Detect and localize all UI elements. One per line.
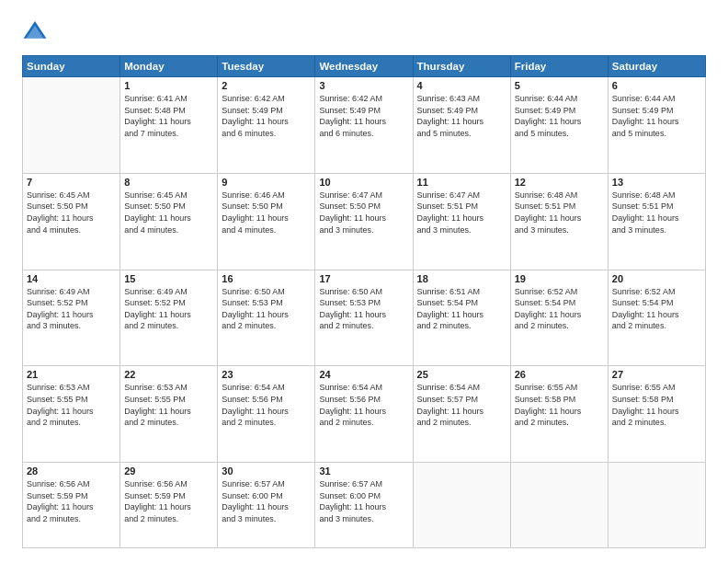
calendar-cell: 18Sunrise: 6:51 AM Sunset: 5:54 PM Dayli… [413,270,510,366]
weekday-friday: Friday [510,56,608,77]
day-info: Sunrise: 6:54 AM Sunset: 5:57 PM Dayligh… [417,382,506,428]
logo-icon [22,18,48,44]
day-number: 12 [515,177,604,188]
calendar-cell: 20Sunrise: 6:52 AM Sunset: 5:54 PM Dayli… [608,270,705,366]
day-info: Sunrise: 6:42 AM Sunset: 5:49 PM Dayligh… [319,93,408,139]
week-row-5: 28Sunrise: 6:56 AM Sunset: 5:59 PM Dayli… [23,463,706,548]
weekday-header-row: SundayMondayTuesdayWednesdayThursdayFrid… [23,56,706,77]
day-info: Sunrise: 6:45 AM Sunset: 5:50 PM Dayligh… [124,190,213,236]
header [22,18,706,44]
calendar-cell: 17Sunrise: 6:50 AM Sunset: 5:53 PM Dayli… [315,270,413,366]
day-info: Sunrise: 6:44 AM Sunset: 5:49 PM Dayligh… [515,93,604,139]
calendar-cell [608,463,705,548]
calendar-cell: 19Sunrise: 6:52 AM Sunset: 5:54 PM Dayli… [510,270,608,366]
day-info: Sunrise: 6:45 AM Sunset: 5:50 PM Dayligh… [27,190,116,236]
day-number: 18 [417,273,506,284]
day-number: 2 [222,80,311,91]
day-info: Sunrise: 6:57 AM Sunset: 6:00 PM Dayligh… [222,478,311,524]
calendar-cell: 16Sunrise: 6:50 AM Sunset: 5:53 PM Dayli… [218,270,315,366]
calendar-cell [23,77,120,174]
day-number: 24 [319,369,408,380]
day-info: Sunrise: 6:49 AM Sunset: 5:52 PM Dayligh… [124,286,213,332]
day-info: Sunrise: 6:46 AM Sunset: 5:50 PM Dayligh… [222,190,311,236]
calendar-cell: 5Sunrise: 6:44 AM Sunset: 5:49 PM Daylig… [510,77,608,174]
day-info: Sunrise: 6:42 AM Sunset: 5:49 PM Dayligh… [222,93,311,139]
day-number: 30 [222,465,311,477]
calendar-cell: 4Sunrise: 6:43 AM Sunset: 5:49 PM Daylig… [413,77,510,174]
calendar-cell: 22Sunrise: 6:53 AM Sunset: 5:55 PM Dayli… [120,366,218,463]
calendar-cell: 11Sunrise: 6:47 AM Sunset: 5:51 PM Dayli… [413,173,510,270]
day-number: 16 [222,273,311,284]
day-info: Sunrise: 6:53 AM Sunset: 5:55 PM Dayligh… [27,382,116,428]
day-number: 26 [515,369,604,380]
day-info: Sunrise: 6:47 AM Sunset: 5:51 PM Dayligh… [417,190,506,236]
day-info: Sunrise: 6:52 AM Sunset: 5:54 PM Dayligh… [515,286,604,332]
calendar-cell: 30Sunrise: 6:57 AM Sunset: 6:00 PM Dayli… [218,463,315,548]
calendar-cell: 8Sunrise: 6:45 AM Sunset: 5:50 PM Daylig… [120,173,218,270]
day-info: Sunrise: 6:50 AM Sunset: 5:53 PM Dayligh… [319,286,408,332]
day-number: 10 [319,177,408,188]
day-info: Sunrise: 6:50 AM Sunset: 5:53 PM Dayligh… [222,286,311,332]
weekday-saturday: Saturday [608,56,705,77]
day-number: 19 [515,273,604,284]
day-number: 17 [319,273,408,284]
day-number: 31 [319,465,408,477]
day-info: Sunrise: 6:55 AM Sunset: 5:58 PM Dayligh… [515,382,604,428]
day-info: Sunrise: 6:56 AM Sunset: 5:59 PM Dayligh… [27,478,116,524]
day-number: 8 [124,177,213,188]
calendar-cell [510,463,608,548]
calendar-cell: 1Sunrise: 6:41 AM Sunset: 5:48 PM Daylig… [120,77,218,174]
weekday-wednesday: Wednesday [315,56,413,77]
page: SundayMondayTuesdayWednesdayThursdayFrid… [0,0,728,563]
day-info: Sunrise: 6:56 AM Sunset: 5:59 PM Dayligh… [124,478,213,524]
day-info: Sunrise: 6:44 AM Sunset: 5:49 PM Dayligh… [612,93,701,139]
day-number: 5 [515,80,604,91]
day-info: Sunrise: 6:55 AM Sunset: 5:58 PM Dayligh… [612,382,701,428]
day-number: 4 [417,80,506,91]
day-info: Sunrise: 6:53 AM Sunset: 5:55 PM Dayligh… [124,382,213,428]
day-number: 28 [27,465,116,477]
day-info: Sunrise: 6:52 AM Sunset: 5:54 PM Dayligh… [612,286,701,332]
day-number: 29 [124,465,213,477]
week-row-2: 7Sunrise: 6:45 AM Sunset: 5:50 PM Daylig… [23,173,706,270]
week-row-4: 21Sunrise: 6:53 AM Sunset: 5:55 PM Dayli… [23,366,706,463]
day-number: 6 [612,80,701,91]
day-number: 20 [612,273,701,284]
day-info: Sunrise: 6:54 AM Sunset: 5:56 PM Dayligh… [222,382,311,428]
day-info: Sunrise: 6:54 AM Sunset: 5:56 PM Dayligh… [319,382,408,428]
calendar-cell: 15Sunrise: 6:49 AM Sunset: 5:52 PM Dayli… [120,270,218,366]
calendar-cell: 12Sunrise: 6:48 AM Sunset: 5:51 PM Dayli… [510,173,608,270]
calendar-cell: 14Sunrise: 6:49 AM Sunset: 5:52 PM Dayli… [23,270,120,366]
weekday-sunday: Sunday [23,56,120,77]
day-number: 9 [222,177,311,188]
day-info: Sunrise: 6:47 AM Sunset: 5:50 PM Dayligh… [319,190,408,236]
day-number: 21 [27,369,116,380]
day-info: Sunrise: 6:41 AM Sunset: 5:48 PM Dayligh… [124,93,213,139]
day-info: Sunrise: 6:49 AM Sunset: 5:52 PM Dayligh… [27,286,116,332]
calendar-cell: 26Sunrise: 6:55 AM Sunset: 5:58 PM Dayli… [510,366,608,463]
calendar-cell [413,463,510,548]
day-number: 25 [417,369,506,380]
day-number: 14 [27,273,116,284]
calendar-cell: 29Sunrise: 6:56 AM Sunset: 5:59 PM Dayli… [120,463,218,548]
day-number: 27 [612,369,701,380]
calendar-cell: 27Sunrise: 6:55 AM Sunset: 5:58 PM Dayli… [608,366,705,463]
calendar-cell: 24Sunrise: 6:54 AM Sunset: 5:56 PM Dayli… [315,366,413,463]
calendar-cell: 31Sunrise: 6:57 AM Sunset: 6:00 PM Dayli… [315,463,413,548]
calendar-cell: 25Sunrise: 6:54 AM Sunset: 5:57 PM Dayli… [413,366,510,463]
calendar-cell: 13Sunrise: 6:48 AM Sunset: 5:51 PM Dayli… [608,173,705,270]
weekday-monday: Monday [120,56,218,77]
day-info: Sunrise: 6:43 AM Sunset: 5:49 PM Dayligh… [417,93,506,139]
weekday-thursday: Thursday [413,56,510,77]
calendar-cell: 3Sunrise: 6:42 AM Sunset: 5:49 PM Daylig… [315,77,413,174]
week-row-3: 14Sunrise: 6:49 AM Sunset: 5:52 PM Dayli… [23,270,706,366]
day-info: Sunrise: 6:48 AM Sunset: 5:51 PM Dayligh… [515,190,604,236]
day-info: Sunrise: 6:48 AM Sunset: 5:51 PM Dayligh… [612,190,701,236]
calendar-cell: 7Sunrise: 6:45 AM Sunset: 5:50 PM Daylig… [23,173,120,270]
calendar-cell: 9Sunrise: 6:46 AM Sunset: 5:50 PM Daylig… [218,173,315,270]
calendar-cell: 2Sunrise: 6:42 AM Sunset: 5:49 PM Daylig… [218,77,315,174]
day-number: 13 [612,177,701,188]
calendar-cell: 28Sunrise: 6:56 AM Sunset: 5:59 PM Dayli… [23,463,120,548]
weekday-tuesday: Tuesday [218,56,315,77]
day-number: 3 [319,80,408,91]
